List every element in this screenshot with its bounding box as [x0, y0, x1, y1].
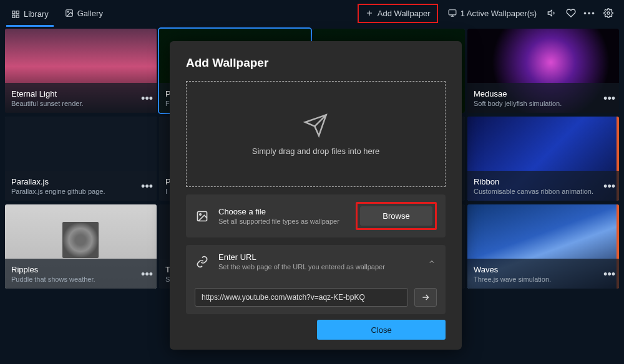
- tab-label: Library: [24, 9, 49, 19]
- url-input[interactable]: [195, 288, 408, 307]
- active-wallpapers-label: 1 Active Wallpaper(s): [461, 9, 537, 18]
- close-button[interactable]: Close: [317, 320, 446, 340]
- top-bar: Library Gallery Add Wallpaper 1 Active W…: [0, 0, 624, 26]
- wallpaper-card[interactable]: Parallax.jsParallax.js engine github pag…: [5, 117, 157, 201]
- send-icon: [303, 113, 328, 138]
- card-subtitle: Three.js wave simulation.: [474, 275, 613, 283]
- card-footer: WavesThree.js wave simulation.: [467, 259, 619, 289]
- card-title: Ribbon: [474, 177, 613, 186]
- wallpaper-card[interactable]: MedusaeSoft body jellyfish simulation.••…: [467, 29, 619, 113]
- card-subtitle: Parallax.js engine github page.: [11, 188, 150, 195]
- card-footer: MedusaeSoft body jellyfish simulation.: [467, 83, 619, 113]
- add-wallpaper-button[interactable]: Add Wallpaper: [358, 4, 438, 23]
- heart-icon: [566, 8, 576, 18]
- enter-url-row: Enter URL Set the web page of the URL yo…: [186, 245, 446, 314]
- volume-icon: [547, 8, 557, 18]
- wallpaper-card[interactable]: WavesThree.js wave simulation.•••: [467, 204, 619, 289]
- svg-point-5: [67, 11, 69, 12]
- gear-icon: [603, 8, 613, 18]
- grid-icon: [11, 10, 20, 19]
- card-footer: Parallax.jsParallax.js engine github pag…: [5, 171, 157, 201]
- card-more-button[interactable]: •••: [603, 268, 615, 281]
- svg-point-8: [607, 12, 610, 14]
- wallpaper-card[interactable]: Eternal LightBeautiful sunset render.•••: [5, 29, 157, 113]
- card-subtitle: Customisable canvas ribbon animation.: [474, 188, 613, 195]
- svg-rect-1: [16, 11, 19, 13]
- card-title: Ripples: [11, 265, 150, 274]
- dots-icon: •••: [583, 9, 596, 18]
- svg-point-10: [200, 213, 202, 215]
- svg-rect-2: [12, 15, 15, 17]
- card-more-button[interactable]: •••: [141, 268, 153, 281]
- card-footer: RipplesPuddle that shows weather.: [5, 259, 157, 289]
- image-icon: [195, 209, 210, 224]
- card-subtitle: Beautiful sunset render.: [11, 100, 150, 107]
- tab-gallery[interactable]: Gallery: [60, 5, 108, 22]
- card-title: Eternal Light: [11, 89, 150, 98]
- link-icon: [195, 254, 210, 269]
- drop-hint: Simply drag and drop files into here: [252, 146, 380, 156]
- card-more-button[interactable]: •••: [141, 180, 153, 193]
- card-title: Waves: [474, 265, 613, 274]
- browse-highlight: Browse: [356, 202, 437, 230]
- card-title: Parallax.js: [11, 177, 150, 186]
- dialog-title: Add Wallpaper: [186, 56, 446, 70]
- card-footer: Eternal LightBeautiful sunset render.: [5, 83, 157, 113]
- plus-icon: [365, 9, 374, 17]
- enter-url-title: Enter URL: [218, 252, 418, 262]
- choose-file-row: Choose a file Set all supported file typ…: [186, 194, 446, 237]
- choose-file-subtitle: Set all supported file types as wallpape…: [218, 218, 347, 225]
- go-button[interactable]: [414, 288, 437, 307]
- card-subtitle: Puddle that shows weather.: [11, 275, 150, 283]
- svg-rect-3: [16, 15, 19, 17]
- image-icon: [65, 9, 74, 17]
- favorite-button[interactable]: [562, 4, 580, 22]
- card-more-button[interactable]: •••: [603, 92, 615, 105]
- monitor-icon: [448, 9, 457, 17]
- settings-button[interactable]: [599, 4, 618, 22]
- svg-rect-6: [449, 10, 456, 15]
- wallpaper-card[interactable]: RipplesPuddle that shows weather.•••: [5, 204, 157, 289]
- card-more-button[interactable]: •••: [141, 92, 153, 105]
- collapse-button[interactable]: [427, 257, 437, 267]
- add-wallpaper-dialog: Add Wallpaper Simply drag and drop files…: [170, 41, 462, 350]
- card-footer: RibbonCustomisable canvas ribbon animati…: [467, 171, 619, 201]
- wallpaper-card[interactable]: RibbonCustomisable canvas ribbon animati…: [467, 117, 619, 201]
- tab-library[interactable]: Library: [6, 6, 54, 27]
- volume-button[interactable]: [543, 4, 562, 22]
- arrow-right-icon: [421, 292, 431, 302]
- browse-button[interactable]: Browse: [360, 206, 432, 226]
- card-subtitle: Soft body jellyfish simulation.: [474, 100, 613, 107]
- enter-url-subtitle: Set the web page of the URL you entered …: [218, 263, 418, 271]
- add-wallpaper-label: Add Wallpaper: [378, 9, 431, 18]
- active-wallpapers-button[interactable]: 1 Active Wallpaper(s): [442, 5, 543, 22]
- choose-file-title: Choose a file: [218, 207, 347, 216]
- svg-rect-0: [12, 11, 15, 13]
- more-button[interactable]: •••: [580, 4, 599, 22]
- tab-label: Gallery: [77, 9, 103, 18]
- card-title: Medusae: [474, 89, 613, 98]
- chevron-up-icon: [428, 258, 436, 266]
- drop-zone[interactable]: Simply drag and drop files into here: [186, 81, 446, 187]
- svg-marker-7: [548, 10, 552, 16]
- card-more-button[interactable]: •••: [603, 180, 615, 193]
